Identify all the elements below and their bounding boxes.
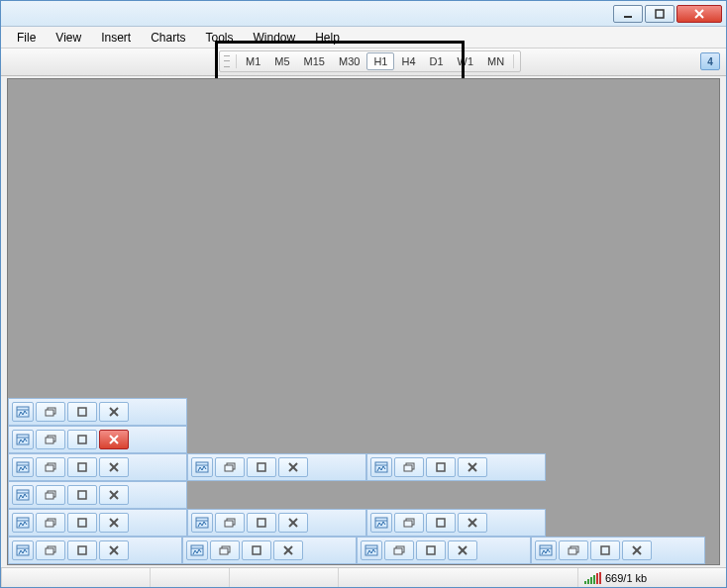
close-button[interactable] bbox=[676, 5, 722, 23]
maximize-button[interactable] bbox=[645, 5, 675, 23]
close-button[interactable] bbox=[273, 540, 303, 560]
maximize-button[interactable] bbox=[67, 457, 97, 477]
maximize-button[interactable] bbox=[67, 485, 97, 505]
chart-workspace bbox=[7, 78, 720, 565]
svg-rect-37 bbox=[78, 519, 86, 527]
minimized-chart-window[interactable] bbox=[357, 537, 531, 564]
menu-tools[interactable]: Tools bbox=[196, 28, 244, 48]
chart-icon bbox=[191, 513, 213, 533]
close-button[interactable] bbox=[99, 485, 129, 505]
svg-rect-30 bbox=[601, 546, 609, 554]
chart-icon bbox=[12, 540, 34, 560]
menu-window[interactable]: Window bbox=[244, 28, 306, 48]
svg-rect-86 bbox=[78, 436, 86, 443]
maximize-button[interactable] bbox=[67, 430, 97, 449]
minimized-chart-window[interactable] bbox=[187, 509, 366, 537]
restore-button[interactable] bbox=[210, 540, 240, 560]
menu-help[interactable]: Help bbox=[305, 28, 350, 48]
menu-insert[interactable]: Insert bbox=[91, 28, 141, 48]
period-w1[interactable]: W1 bbox=[451, 52, 481, 70]
restore-button[interactable] bbox=[215, 457, 245, 477]
svg-rect-29 bbox=[569, 548, 576, 554]
close-button[interactable] bbox=[99, 402, 129, 422]
minimized-chart-window[interactable] bbox=[531, 537, 705, 564]
minimized-chart-window[interactable] bbox=[8, 453, 187, 481]
maximize-button[interactable] bbox=[426, 513, 456, 533]
maximize-button[interactable] bbox=[426, 457, 456, 477]
menu-view[interactable]: View bbox=[46, 28, 91, 48]
close-button[interactable] bbox=[99, 540, 129, 560]
chart-icon bbox=[191, 457, 213, 477]
restore-button[interactable] bbox=[36, 457, 65, 477]
restore-button[interactable] bbox=[394, 513, 424, 533]
svg-rect-51 bbox=[437, 519, 445, 527]
status-cell bbox=[150, 568, 229, 587]
toolbar-grip-icon[interactable] bbox=[224, 53, 230, 69]
close-button[interactable] bbox=[99, 513, 129, 533]
minimized-chart-window[interactable] bbox=[366, 453, 546, 481]
chart-icon bbox=[12, 430, 34, 449]
close-button[interactable] bbox=[622, 540, 652, 560]
minimized-chart-window[interactable] bbox=[8, 509, 187, 537]
restore-button[interactable] bbox=[36, 430, 65, 449]
status-cell bbox=[229, 568, 338, 587]
period-m5[interactable]: M5 bbox=[267, 52, 296, 70]
minimized-chart-window[interactable] bbox=[8, 398, 187, 426]
minimized-chart-window[interactable] bbox=[366, 509, 546, 537]
maximize-button[interactable] bbox=[242, 540, 271, 560]
statusbar: 669/1 kb bbox=[1, 567, 726, 587]
svg-rect-85 bbox=[46, 438, 53, 443]
period-h4[interactable]: H4 bbox=[394, 52, 422, 70]
svg-rect-65 bbox=[78, 463, 86, 471]
close-button[interactable] bbox=[458, 513, 487, 533]
restore-button[interactable] bbox=[36, 513, 65, 533]
close-button[interactable] bbox=[278, 457, 308, 477]
minimized-chart-window[interactable] bbox=[187, 453, 366, 481]
close-button[interactable] bbox=[448, 540, 477, 560]
maximize-button[interactable] bbox=[67, 540, 97, 560]
restore-button[interactable] bbox=[36, 540, 65, 560]
period-h1[interactable]: H1 bbox=[366, 52, 394, 70]
restore-button[interactable] bbox=[215, 513, 245, 533]
minimized-chart-window[interactable] bbox=[8, 426, 187, 453]
period-m15[interactable]: M15 bbox=[297, 52, 332, 70]
period-mn[interactable]: MN bbox=[480, 52, 511, 70]
period-d1[interactable]: D1 bbox=[423, 52, 451, 70]
minimized-chart-window[interactable] bbox=[182, 537, 357, 564]
menu-file[interactable]: File bbox=[7, 28, 46, 48]
close-button[interactable] bbox=[99, 457, 129, 477]
titlebar bbox=[1, 1, 726, 27]
svg-rect-78 bbox=[404, 465, 412, 471]
periodicity-toolbar[interactable]: M1 M5 M15 M30 H1 H4 D1 W1 MN bbox=[219, 50, 521, 72]
period-m1[interactable]: M1 bbox=[239, 52, 267, 70]
maximize-button[interactable] bbox=[247, 513, 276, 533]
restore-button[interactable] bbox=[394, 457, 424, 477]
maximize-button[interactable] bbox=[67, 402, 97, 422]
minimized-chart-window[interactable] bbox=[8, 537, 182, 564]
svg-rect-50 bbox=[404, 521, 412, 527]
restore-button[interactable] bbox=[384, 540, 414, 560]
maximize-button[interactable] bbox=[67, 513, 97, 533]
close-button[interactable] bbox=[278, 513, 308, 533]
maximize-button[interactable] bbox=[416, 540, 446, 560]
separator bbox=[513, 54, 514, 68]
restore-button[interactable] bbox=[36, 485, 65, 505]
restore-button[interactable] bbox=[36, 402, 65, 422]
period-m30[interactable]: M30 bbox=[332, 52, 366, 70]
menu-charts[interactable]: Charts bbox=[141, 28, 195, 48]
svg-rect-79 bbox=[437, 463, 445, 471]
chart-icon bbox=[370, 457, 392, 477]
chart-icon bbox=[186, 540, 208, 560]
minimize-button[interactable] bbox=[613, 5, 643, 23]
svg-rect-36 bbox=[46, 521, 53, 527]
close-button[interactable] bbox=[458, 457, 487, 477]
chart-count-indicator[interactable]: 4 bbox=[700, 52, 720, 70]
svg-rect-9 bbox=[78, 546, 86, 554]
restore-button[interactable] bbox=[559, 540, 588, 560]
close-button[interactable] bbox=[99, 430, 129, 449]
chart-icon bbox=[535, 540, 557, 560]
minimized-chart-window[interactable] bbox=[8, 481, 187, 509]
maximize-button[interactable] bbox=[247, 457, 276, 477]
status-connection[interactable]: 669/1 kb bbox=[577, 568, 726, 587]
maximize-button[interactable] bbox=[590, 540, 620, 560]
